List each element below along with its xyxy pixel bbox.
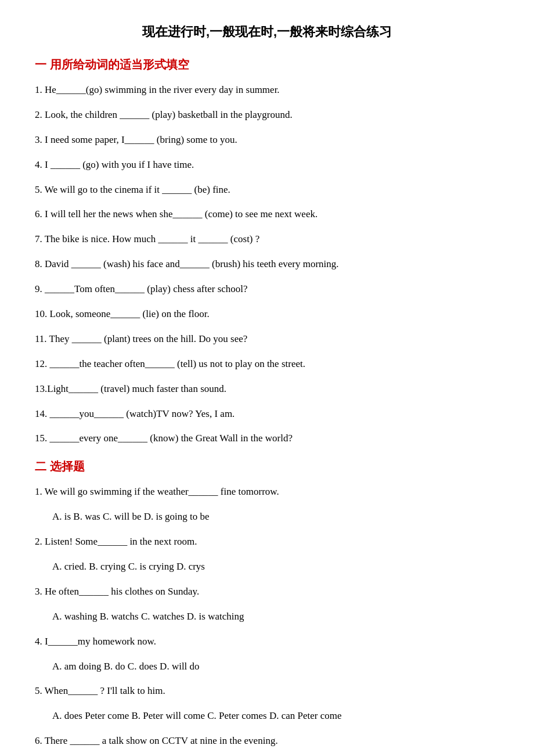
q12: 12. ______the teacher often______ (tell)… [35, 356, 499, 373]
q4: 4. I ______ (go) with you if I have time… [35, 157, 499, 174]
mc5-question: 5. When______ ? I'll talk to him. [35, 683, 499, 700]
page-title: 现在进行时,一般现在时,一般将来时综合练习 [35, 23, 499, 41]
mc2-choices: A. cried. B. crying C. is crying D. crys [52, 559, 499, 575]
section2-items: 1. We will go swimming if the weather___… [35, 484, 499, 750]
mc3-question: 3. He often______ his clothes on Sunday. [35, 584, 499, 600]
q7: 7. The bike is nice. How much ______ it … [35, 231, 499, 248]
q6: 6. I will tell her the news when she____… [35, 206, 499, 223]
q5: 5. We will go to the cinema if it ______… [35, 182, 499, 199]
mc4-question: 4. I______my homework now. [35, 633, 499, 650]
q15: 15. ______every one______ (know) the Gre… [35, 430, 499, 447]
mc6-question: 6. There ______ a talk show on CCTV at n… [35, 733, 499, 750]
mc1-choices: A. is B. was C. will be D. is going to b… [52, 509, 499, 525]
q1: 1. He______(go) swimming in the river ev… [35, 82, 499, 99]
q2: 2. Look, the children ______ (play) bask… [35, 107, 499, 124]
mc1-question: 1. We will go swimming if the weather___… [35, 484, 499, 501]
q3: 3. I need some paper, I______ (bring) so… [35, 132, 499, 149]
section2-title: 二 选择题 [35, 459, 499, 474]
q13: 13.Light______ (travel) much faster than… [35, 381, 499, 398]
section1-title: 一 用所给动词的适当形式填空 [35, 57, 499, 73]
q8: 8. David ______ (wash) his face and_____… [35, 256, 499, 273]
mc3-choices: A. washing B. watchs C. watches D. is wa… [52, 609, 499, 625]
q11: 11. They ______ (plant) trees on the hil… [35, 331, 499, 348]
q9: 9. ______Tom often______ (play) chess af… [35, 281, 499, 298]
q10: 10. Look, someone______ (lie) on the flo… [35, 306, 499, 323]
q14: 14. ______you______ (watch)TV now? Yes, … [35, 406, 499, 423]
mc2-question: 2. Listen! Some______ in the next room. [35, 534, 499, 550]
mc4-choices: A. am doing B. do C. does D. will do [52, 658, 499, 675]
mc5-choices: A. does Peter come B. Peter will come C.… [52, 708, 499, 725]
section1-questions: 1. He______(go) swimming in the river ev… [35, 82, 499, 447]
